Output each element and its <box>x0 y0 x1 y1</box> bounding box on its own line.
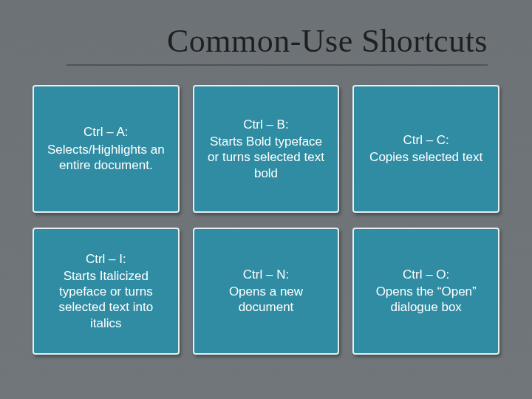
card-heading: Ctrl – N: <box>243 267 289 282</box>
slide-title: Common-Use Shortcuts <box>66 22 488 60</box>
card-heading: Ctrl – I: <box>86 251 126 267</box>
card-ctrl-i: Ctrl – I: Starts Italicized typeface or … <box>33 228 180 355</box>
card-desc: Starts Italicized typeface or turns sele… <box>44 268 168 331</box>
card-heading: Ctrl – O: <box>403 267 449 282</box>
card-ctrl-a: Ctrl – A: Selects/Highlights an entire d… <box>33 85 180 213</box>
card-desc: Opens the “Open” dialogue box <box>364 284 488 316</box>
card-ctrl-o: Ctrl – O: Opens the “Open” dialogue box <box>352 228 499 355</box>
card-ctrl-c: Ctrl – C: Copies selected text <box>352 85 499 213</box>
card-heading: Ctrl – C: <box>403 132 449 148</box>
card-desc: Opens a new document <box>205 284 328 316</box>
card-desc: Starts Bold typeface or turns selected t… <box>205 134 328 181</box>
card-heading: Ctrl – A: <box>83 124 128 140</box>
card-desc: Selects/Highlights an entire document. <box>44 142 168 174</box>
title-container: Common-Use Shortcuts <box>66 22 488 66</box>
cards-grid: Ctrl – A: Selects/Highlights an entire d… <box>22 85 510 355</box>
card-desc: Copies selected text <box>369 149 482 165</box>
card-ctrl-b: Ctrl – B: Starts Bold typeface or turns … <box>193 85 340 213</box>
card-heading: Ctrl – B: <box>243 117 288 132</box>
slide: Common-Use Shortcuts Ctrl – A: Selects/H… <box>0 0 532 399</box>
card-ctrl-n: Ctrl – N: Opens a new document <box>193 228 340 355</box>
